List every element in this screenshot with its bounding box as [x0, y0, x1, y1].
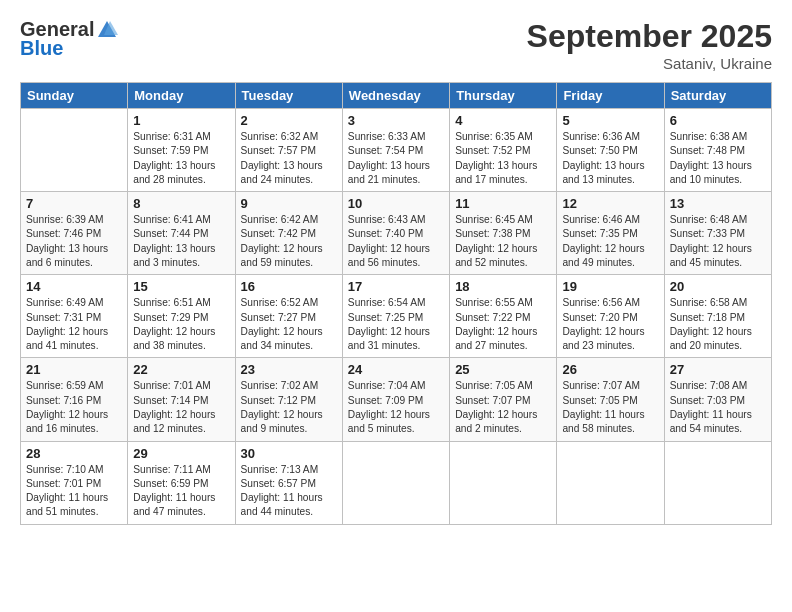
day-number: 28 [26, 446, 122, 461]
calendar-cell: 24Sunrise: 7:04 AMSunset: 7:09 PMDayligh… [342, 358, 449, 441]
cell-content: Sunrise: 6:52 AMSunset: 7:27 PMDaylight:… [241, 296, 337, 353]
calendar-cell: 10Sunrise: 6:43 AMSunset: 7:40 PMDayligh… [342, 192, 449, 275]
day-number: 21 [26, 362, 122, 377]
col-header-tuesday: Tuesday [235, 83, 342, 109]
cell-content: Sunrise: 7:04 AMSunset: 7:09 PMDaylight:… [348, 379, 444, 436]
header-row-days: SundayMondayTuesdayWednesdayThursdayFrid… [21, 83, 772, 109]
cell-content: Sunrise: 6:38 AMSunset: 7:48 PMDaylight:… [670, 130, 766, 187]
cell-content: Sunrise: 6:58 AMSunset: 7:18 PMDaylight:… [670, 296, 766, 353]
week-row-1: 1Sunrise: 6:31 AMSunset: 7:59 PMDaylight… [21, 109, 772, 192]
title-block: September 2025 Sataniv, Ukraine [527, 18, 772, 72]
logo: General Blue [20, 18, 118, 60]
cell-content: Sunrise: 7:08 AMSunset: 7:03 PMDaylight:… [670, 379, 766, 436]
calendar-cell: 28Sunrise: 7:10 AMSunset: 7:01 PMDayligh… [21, 441, 128, 524]
cell-content: Sunrise: 6:49 AMSunset: 7:31 PMDaylight:… [26, 296, 122, 353]
calendar-cell [557, 441, 664, 524]
calendar-cell: 5Sunrise: 6:36 AMSunset: 7:50 PMDaylight… [557, 109, 664, 192]
day-number: 20 [670, 279, 766, 294]
calendar-cell [342, 441, 449, 524]
calendar-cell: 16Sunrise: 6:52 AMSunset: 7:27 PMDayligh… [235, 275, 342, 358]
calendar-cell: 26Sunrise: 7:07 AMSunset: 7:05 PMDayligh… [557, 358, 664, 441]
calendar-cell: 23Sunrise: 7:02 AMSunset: 7:12 PMDayligh… [235, 358, 342, 441]
week-row-4: 21Sunrise: 6:59 AMSunset: 7:16 PMDayligh… [21, 358, 772, 441]
day-number: 27 [670, 362, 766, 377]
day-number: 10 [348, 196, 444, 211]
calendar-cell: 7Sunrise: 6:39 AMSunset: 7:46 PMDaylight… [21, 192, 128, 275]
calendar-cell [450, 441, 557, 524]
cell-content: Sunrise: 6:31 AMSunset: 7:59 PMDaylight:… [133, 130, 229, 187]
day-number: 8 [133, 196, 229, 211]
cell-content: Sunrise: 6:33 AMSunset: 7:54 PMDaylight:… [348, 130, 444, 187]
calendar-cell: 15Sunrise: 6:51 AMSunset: 7:29 PMDayligh… [128, 275, 235, 358]
week-row-5: 28Sunrise: 7:10 AMSunset: 7:01 PMDayligh… [21, 441, 772, 524]
cell-content: Sunrise: 6:43 AMSunset: 7:40 PMDaylight:… [348, 213, 444, 270]
day-number: 17 [348, 279, 444, 294]
location: Sataniv, Ukraine [527, 55, 772, 72]
day-number: 16 [241, 279, 337, 294]
cell-content: Sunrise: 6:59 AMSunset: 7:16 PMDaylight:… [26, 379, 122, 436]
calendar-cell: 1Sunrise: 6:31 AMSunset: 7:59 PMDaylight… [128, 109, 235, 192]
calendar-cell: 21Sunrise: 6:59 AMSunset: 7:16 PMDayligh… [21, 358, 128, 441]
day-number: 5 [562, 113, 658, 128]
day-number: 3 [348, 113, 444, 128]
day-number: 18 [455, 279, 551, 294]
cell-content: Sunrise: 6:54 AMSunset: 7:25 PMDaylight:… [348, 296, 444, 353]
day-number: 22 [133, 362, 229, 377]
col-header-thursday: Thursday [450, 83, 557, 109]
cell-content: Sunrise: 7:01 AMSunset: 7:14 PMDaylight:… [133, 379, 229, 436]
month-title: September 2025 [527, 18, 772, 55]
calendar-cell: 22Sunrise: 7:01 AMSunset: 7:14 PMDayligh… [128, 358, 235, 441]
day-number: 1 [133, 113, 229, 128]
day-number: 26 [562, 362, 658, 377]
cell-content: Sunrise: 7:02 AMSunset: 7:12 PMDaylight:… [241, 379, 337, 436]
cell-content: Sunrise: 6:35 AMSunset: 7:52 PMDaylight:… [455, 130, 551, 187]
cell-content: Sunrise: 6:48 AMSunset: 7:33 PMDaylight:… [670, 213, 766, 270]
cell-content: Sunrise: 7:13 AMSunset: 6:57 PMDaylight:… [241, 463, 337, 520]
day-number: 19 [562, 279, 658, 294]
calendar-cell: 14Sunrise: 6:49 AMSunset: 7:31 PMDayligh… [21, 275, 128, 358]
cell-content: Sunrise: 6:32 AMSunset: 7:57 PMDaylight:… [241, 130, 337, 187]
calendar-cell: 6Sunrise: 6:38 AMSunset: 7:48 PMDaylight… [664, 109, 771, 192]
day-number: 30 [241, 446, 337, 461]
day-number: 11 [455, 196, 551, 211]
day-number: 15 [133, 279, 229, 294]
cell-content: Sunrise: 7:11 AMSunset: 6:59 PMDaylight:… [133, 463, 229, 520]
calendar-cell: 4Sunrise: 6:35 AMSunset: 7:52 PMDaylight… [450, 109, 557, 192]
day-number: 4 [455, 113, 551, 128]
day-number: 29 [133, 446, 229, 461]
calendar-cell: 25Sunrise: 7:05 AMSunset: 7:07 PMDayligh… [450, 358, 557, 441]
cell-content: Sunrise: 6:51 AMSunset: 7:29 PMDaylight:… [133, 296, 229, 353]
calendar-cell [664, 441, 771, 524]
day-number: 9 [241, 196, 337, 211]
col-header-monday: Monday [128, 83, 235, 109]
calendar-cell: 13Sunrise: 6:48 AMSunset: 7:33 PMDayligh… [664, 192, 771, 275]
calendar-cell: 29Sunrise: 7:11 AMSunset: 6:59 PMDayligh… [128, 441, 235, 524]
header-row: General Blue September 2025 Sataniv, Ukr… [20, 18, 772, 72]
calendar-cell: 20Sunrise: 6:58 AMSunset: 7:18 PMDayligh… [664, 275, 771, 358]
cell-content: Sunrise: 6:39 AMSunset: 7:46 PMDaylight:… [26, 213, 122, 270]
logo-icon [96, 19, 118, 41]
calendar-cell: 8Sunrise: 6:41 AMSunset: 7:44 PMDaylight… [128, 192, 235, 275]
calendar-cell: 27Sunrise: 7:08 AMSunset: 7:03 PMDayligh… [664, 358, 771, 441]
calendar-cell: 9Sunrise: 6:42 AMSunset: 7:42 PMDaylight… [235, 192, 342, 275]
day-number: 2 [241, 113, 337, 128]
calendar-cell: 18Sunrise: 6:55 AMSunset: 7:22 PMDayligh… [450, 275, 557, 358]
cell-content: Sunrise: 7:07 AMSunset: 7:05 PMDaylight:… [562, 379, 658, 436]
week-row-2: 7Sunrise: 6:39 AMSunset: 7:46 PMDaylight… [21, 192, 772, 275]
cell-content: Sunrise: 6:36 AMSunset: 7:50 PMDaylight:… [562, 130, 658, 187]
main-container: General Blue September 2025 Sataniv, Ukr… [0, 0, 792, 535]
col-header-sunday: Sunday [21, 83, 128, 109]
calendar-cell: 12Sunrise: 6:46 AMSunset: 7:35 PMDayligh… [557, 192, 664, 275]
col-header-friday: Friday [557, 83, 664, 109]
calendar-cell: 3Sunrise: 6:33 AMSunset: 7:54 PMDaylight… [342, 109, 449, 192]
day-number: 13 [670, 196, 766, 211]
calendar-cell: 19Sunrise: 6:56 AMSunset: 7:20 PMDayligh… [557, 275, 664, 358]
calendar-cell: 11Sunrise: 6:45 AMSunset: 7:38 PMDayligh… [450, 192, 557, 275]
day-number: 6 [670, 113, 766, 128]
cell-content: Sunrise: 6:41 AMSunset: 7:44 PMDaylight:… [133, 213, 229, 270]
day-number: 14 [26, 279, 122, 294]
calendar-cell [21, 109, 128, 192]
day-number: 24 [348, 362, 444, 377]
cell-content: Sunrise: 6:55 AMSunset: 7:22 PMDaylight:… [455, 296, 551, 353]
cell-content: Sunrise: 6:42 AMSunset: 7:42 PMDaylight:… [241, 213, 337, 270]
